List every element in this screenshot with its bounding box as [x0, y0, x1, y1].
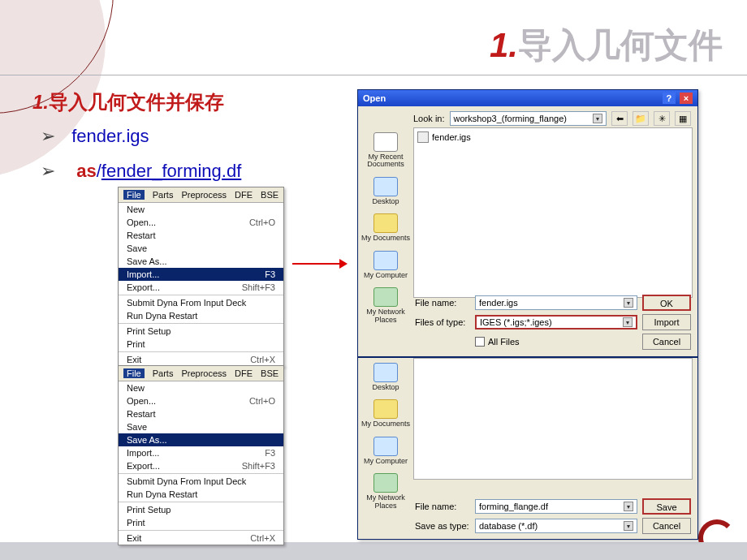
- menu-item-print-setup[interactable]: Print Setup: [119, 503, 283, 516]
- place-computer[interactable]: My Computer: [361, 251, 411, 279]
- menu-parts[interactable]: Parts: [153, 190, 174, 200]
- place-network[interactable]: My Network Places: [361, 473, 411, 510]
- lookin-label: Look in:: [413, 114, 445, 123]
- file-list[interactable]: [413, 358, 693, 480]
- filename-value: fender.igs: [479, 298, 518, 308]
- menu-item-run-dyna[interactable]: Run Dyna Restart: [119, 309, 283, 322]
- savetype-field[interactable]: database (*.df) ▾: [475, 519, 637, 533]
- slide-title-number: 1.: [490, 26, 518, 64]
- menu-item-open[interactable]: Open...Ctrl+O: [119, 216, 283, 229]
- cancel-button[interactable]: Cancel: [642, 334, 691, 350]
- place-network[interactable]: My Network Places: [361, 287, 411, 324]
- menu-item-open[interactable]: Open...Ctrl+O: [119, 394, 283, 407]
- savetype-value: database (*.df): [479, 521, 538, 531]
- bullet-2-strong: as: [76, 161, 96, 181]
- save-dialog: Desktop My Documents My Computer My Netw…: [357, 357, 698, 540]
- place-documents[interactable]: My Documents: [361, 399, 411, 428]
- allfiles-label: All Files: [488, 337, 520, 347]
- menu-item-save[interactable]: Save: [119, 420, 283, 433]
- menu-item-submit-dyna[interactable]: Submit Dyna From Input Deck: [119, 296, 283, 309]
- menu-bar: File Parts Preprocess DFE BSE: [119, 366, 283, 381]
- menu-separator: [119, 351, 283, 352]
- up-folder-button[interactable]: 📁: [633, 111, 649, 126]
- allfiles-checkbox[interactable]: All Files: [475, 337, 637, 347]
- bullet-2-text: fender_forming.df: [101, 161, 241, 181]
- menu-item-import[interactable]: Import...F3: [119, 268, 283, 281]
- menu-file[interactable]: File: [123, 368, 145, 378]
- menu-item-restart[interactable]: Restart: [119, 229, 283, 242]
- menu-bse[interactable]: BSE: [261, 190, 279, 200]
- close-button[interactable]: ×: [680, 93, 693, 104]
- menu-item-submit-dyna[interactable]: Submit Dyna From Input Deck: [119, 475, 283, 488]
- menu-preprocess[interactable]: Preprocess: [181, 190, 227, 200]
- new-folder-button[interactable]: ✳: [654, 111, 670, 126]
- lookin-row: Look in: workshop3_(forming_flange) ▾ ⬅ …: [358, 106, 697, 127]
- menu-item-print-setup[interactable]: Print Setup: [119, 325, 283, 338]
- import-button[interactable]: Import: [642, 314, 691, 330]
- chevron-down-icon: ▾: [624, 298, 633, 308]
- chevron-down-icon: ▾: [593, 114, 602, 123]
- menu-dfe[interactable]: DFE: [235, 368, 253, 378]
- bullet-marker: ➢: [41, 126, 55, 146]
- menu-item-save[interactable]: Save: [119, 242, 283, 255]
- menu-item-import[interactable]: Import...F3: [119, 446, 283, 459]
- menu-file[interactable]: File: [123, 190, 145, 200]
- save-button[interactable]: Save: [642, 498, 691, 515]
- place-recent[interactable]: My Recent Documents: [361, 132, 411, 169]
- filename-label: File name:: [415, 502, 470, 511]
- menu-preprocess[interactable]: Preprocess: [181, 368, 227, 378]
- place-computer[interactable]: My Computer: [361, 437, 411, 465]
- menu-item-exit[interactable]: ExitCtrl+X: [119, 532, 283, 545]
- bullet-1-text: fender.igs: [71, 126, 149, 146]
- divider-line: [0, 75, 747, 75]
- places-sidebar: Desktop My Documents My Computer My Netw…: [358, 358, 413, 488]
- menu-dfe[interactable]: DFE: [235, 190, 253, 200]
- checkbox-icon: [475, 337, 485, 347]
- file-icon: [417, 131, 429, 143]
- cancel-button[interactable]: Cancel: [642, 518, 691, 534]
- footer-band: [0, 542, 747, 560]
- menu-item-save-as[interactable]: Save As...: [119, 433, 283, 446]
- bullet-2: ➢ as/fender_forming.df: [41, 161, 241, 182]
- place-documents[interactable]: My Documents: [361, 213, 411, 242]
- menu-item-export[interactable]: Export...Shift+F3: [119, 281, 283, 294]
- arrow-right: [292, 260, 349, 268]
- bullet-1: ➢ fender.igs: [41, 126, 149, 147]
- slide-title: 1.导入几何文件: [490, 23, 723, 68]
- menu-item-exit[interactable]: ExitCtrl+X: [119, 353, 283, 366]
- menu-item-print[interactable]: Print: [119, 516, 283, 529]
- filetype-field[interactable]: IGES (*.igs;*.iges) ▾: [475, 315, 637, 330]
- file-menu-list: New Open...Ctrl+O Restart Save Save As..…: [119, 381, 283, 545]
- menu-separator: [119, 502, 283, 502]
- help-button[interactable]: ?: [663, 93, 676, 104]
- file-list[interactable]: fender.igs: [413, 127, 693, 298]
- place-desktop[interactable]: Desktop: [361, 177, 411, 205]
- place-desktop[interactable]: Desktop: [361, 363, 411, 391]
- menu-item-new[interactable]: New: [119, 381, 283, 394]
- menu-item-save-as[interactable]: Save As...: [119, 255, 283, 268]
- menu-item-new[interactable]: New: [119, 203, 283, 216]
- back-button[interactable]: ⬅: [611, 111, 628, 126]
- file-item[interactable]: fender.igs: [417, 131, 689, 143]
- filetype-value: IGES (*.igs;*.iges): [480, 317, 552, 327]
- filename-field[interactable]: forming_flange.df ▾: [475, 499, 637, 514]
- view-menu-button[interactable]: ▦: [675, 111, 691, 126]
- menu-item-export[interactable]: Export...Shift+F3: [119, 459, 283, 472]
- menu-bse[interactable]: BSE: [261, 368, 279, 378]
- section-subtitle: 1.导入几何文件并保存: [32, 89, 224, 115]
- menu-parts[interactable]: Parts: [153, 368, 174, 378]
- filename-value: forming_flange.df: [479, 502, 548, 511]
- filename-field[interactable]: fender.igs ▾: [475, 295, 637, 310]
- menu-item-print[interactable]: Print: [119, 338, 283, 351]
- filename-label: File name:: [415, 298, 470, 308]
- ok-button[interactable]: OK: [642, 295, 691, 311]
- places-sidebar: My Recent Documents Desktop My Documents…: [358, 127, 413, 353]
- menu-item-restart[interactable]: Restart: [119, 407, 283, 420]
- chevron-down-icon: ▾: [624, 521, 633, 531]
- subtitle-number: 1.: [32, 91, 49, 113]
- lookin-combo[interactable]: workshop3_(forming_flange) ▾: [450, 111, 607, 126]
- open-dialog: Open ? × Look in: workshop3_(forming_fla…: [357, 89, 698, 357]
- menu-separator: [119, 530, 283, 531]
- chevron-down-icon: ▾: [624, 502, 633, 511]
- menu-item-run-dyna[interactable]: Run Dyna Restart: [119, 488, 283, 501]
